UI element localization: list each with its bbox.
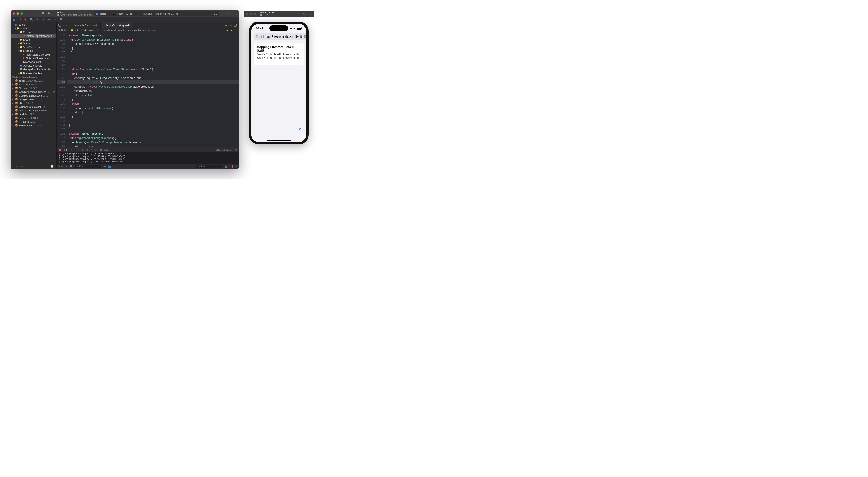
compose-button[interactable]: ✍︎ [299,126,303,132]
canvas-toggle-icon[interactable]: ▭ [235,149,237,151]
code-editor[interactable]: 1081091151161171181191201211221231241251… [57,32,239,147]
step-into-icon[interactable]: ↓ [74,149,75,151]
prev-issue-button[interactable]: ◀ [225,29,228,32]
tree-folder[interactable]: ▾📁Screens [10,49,56,53]
tree-file-selected[interactable]: ✦NotesRepository.swift [11,34,56,38]
home-indicator[interactable] [267,140,291,141]
trash-icon[interactable]: 🗑 [225,165,227,168]
pause-button[interactable]: ❚❚ [64,149,67,151]
visibility-icon[interactable]: 👁 [66,165,68,168]
project-navigator-icon[interactable]: ▦ [12,18,15,21]
variables-filter[interactable]: ⊙ [75,165,101,168]
tree-file[interactable]: ✦NotesApp.swift [10,60,56,64]
tree-file[interactable]: ▣Assets.xcassets [10,64,56,68]
issue-navigator-icon[interactable]: ⚠ [36,18,39,21]
tree-folder[interactable]: ▾📁Services [10,30,56,34]
console-visibility-icon[interactable]: 👁 [103,165,105,168]
minimize-window-button[interactable] [17,12,19,15]
jump-bar[interactable]: ▦Notes〉 📁Notes〉 📁Services〉 ✦NotesReposit… [57,28,239,32]
tab-noteslistscreen[interactable]: ✦NotesListScreen.swift [68,22,100,28]
test-navigator-icon[interactable]: ✓ [42,18,45,21]
step-over-icon[interactable]: ↷ [70,149,72,151]
zoom-window-button[interactable] [21,12,23,15]
minimap-toggle-icon[interactable]: ☰ [235,29,237,32]
stop-button[interactable] [42,12,44,14]
toggle-inspector-icon[interactable] [234,12,237,15]
ios-search-field[interactable]: 🔍 n I map Firestone data in Swift ✕ [254,33,306,40]
memory-graph-icon[interactable]: ⊞ [87,149,88,151]
show-debug-area-icon[interactable] [229,165,233,168]
recent-files-icon[interactable]: 🕘 [51,165,54,168]
show-right-panel-icon[interactable] [234,165,237,168]
package-dependency[interactable]: ▸📦Promises 2.4.0 [10,120,56,124]
variables-filter-input[interactable] [79,165,96,168]
tree-file[interactable]: ☰GoogleService-Info.plist [10,68,56,71]
step-out-icon[interactable]: ↑ [78,149,79,151]
tree-file[interactable]: ✦NotesListScreen.swift [10,53,56,56]
toggle-navigator-icon[interactable] [30,12,33,15]
console-filter[interactable]: ⊙ [196,165,223,168]
code-body[interactable]: extension NotesRepository { func semanti… [67,32,239,147]
variables-view-mode[interactable]: Auto [58,165,63,168]
library-button[interactable]: + [228,11,229,15]
package-dependency[interactable]: ▸📦GTMSessionFetcher 3.4.1 [10,105,56,108]
source-control-navigator-icon[interactable]: ⎇ [18,18,21,21]
sim-close-button[interactable] [246,13,248,15]
related-items-icon[interactable] [58,24,61,27]
sim-traffic-lights[interactable] [246,13,256,15]
location-simulate-icon[interactable]: ➤ [95,149,97,151]
scheme-selector[interactable]: Notes #1 – Add "Notes for iOS" sample ap… [57,11,93,17]
share-icon[interactable]: ⇪ [309,12,312,15]
tree-folder[interactable]: ▸📁ViewModifiers [10,45,56,49]
find-navigator-icon[interactable]: 🔍 [30,18,33,21]
close-window-button[interactable] [13,12,15,15]
bookmarks-navigator-icon[interactable]: 🔖 [24,18,27,21]
tab-notesrepository[interactable]: ✦NotesRepository.swift [100,22,133,28]
clear-icon[interactable]: ☰ [70,165,72,168]
window-traffic-lights[interactable] [13,12,23,15]
package-dependency[interactable]: ▸📦GoogleUtilities 7.13.1 [10,97,56,101]
editor-layout-icon[interactable]: ▭ [229,24,231,27]
home-button-icon[interactable]: ⌂ [298,12,300,15]
environment-overrides-icon[interactable]: ✢ [91,149,93,151]
adjust-editor-options-icon[interactable]: ⇄ [225,24,227,27]
tree-folder[interactable]: ▸📁Views [10,41,56,45]
package-dependency[interactable]: ▸📦SwiftProtobuf 1.26.0 [10,124,56,127]
tree-folder[interactable]: ▾📁Notes [10,27,56,30]
console-people-icon[interactable]: 👥 [108,165,111,168]
package-dependency[interactable]: ▸📦abseil 1.2024011601.1 [10,79,56,83]
tree-folder[interactable]: ▸📁Preview Content [10,71,56,75]
breakpoint-navigator-icon[interactable]: ▱ [54,18,57,21]
tree-folder[interactable]: ▸📁Model [10,38,56,41]
tree-file[interactable]: ✦NoteEditScreen.swift [10,56,56,60]
debug-navigator-icon[interactable]: ❖ [48,18,51,21]
breakpoint-toggle-icon[interactable]: ⏹ [58,148,61,151]
sim-minimize-button[interactable] [250,13,252,15]
package-dependency[interactable]: ▸📦InteropForGoogle 100.0.0 [10,108,56,112]
package-dependency[interactable]: ▸📦gRPC 1.62.2 [10,101,56,105]
nav-back-button[interactable]: < [63,24,64,27]
next-issue-button[interactable]: ▶ [230,29,234,32]
screenshot-icon[interactable]: ◎ [303,12,306,15]
debug-process-selector[interactable]: ▦Notes [100,149,108,151]
tree-root[interactable]: ▾▦Notes [10,23,56,27]
nav-forward-button[interactable]: > [65,24,66,27]
package-dependency[interactable]: ▸📦AppCheck 10.19.0 [10,83,56,86]
debug-console[interactable]: ["GybbVqm9jHoaodmwVpYv", "3lKS4Kz9ibFwlS… [57,152,239,164]
console-filter-input[interactable] [200,165,218,168]
package-dependency[interactable]: ▸📦GoogleDataTransport 9.4.0 [10,94,56,97]
debug-view-icon[interactable]: ▥ [82,149,84,151]
navigator-filter-input[interactable] [19,165,49,168]
warnings-badge[interactable]: ▲ 2 [213,13,217,15]
search-result-cell[interactable]: Mapping Firestore Data in Swift Swift's … [254,43,304,65]
package-dependency[interactable]: ▸📦GoogleAppMeasurement 10.24.0 [10,90,56,94]
add-editor-icon[interactable] [234,24,237,27]
iphone-screen[interactable]: 09:41 ᯤ 🔍 n I map Firestone data in Swif… [251,24,306,142]
clear-search-button[interactable]: ✕ [304,35,306,38]
package-dependency[interactable]: ▸📦Firebase 10.24.0 [10,86,56,90]
sim-zoom-button[interactable] [254,13,256,15]
report-navigator-icon[interactable]: ☰ [60,18,63,21]
run-button[interactable] [48,12,50,15]
add-button[interactable]: + [12,165,13,168]
project-tree[interactable]: ▾▦Notes ▾📁Notes ▾📁Services ✦NotesReposit… [10,22,56,164]
